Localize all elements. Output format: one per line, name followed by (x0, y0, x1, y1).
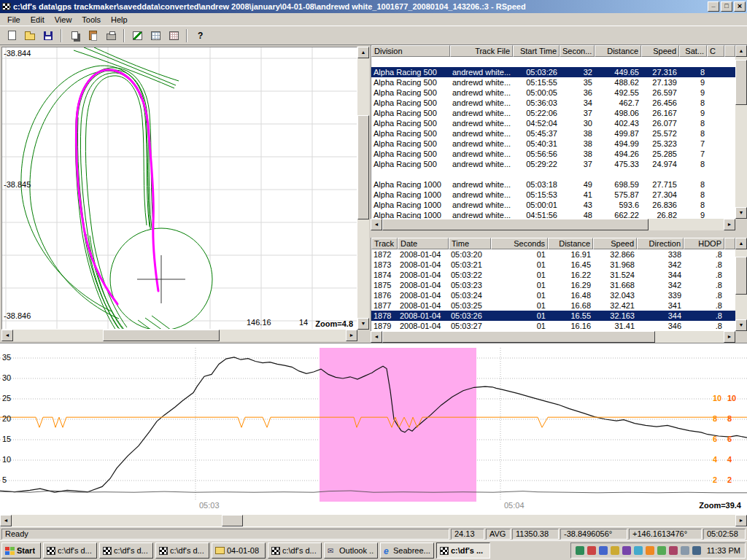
column-header-hdop[interactable]: HDOP (684, 238, 724, 249)
battery-icon[interactable] (669, 546, 678, 555)
scroll-thumb[interactable] (103, 330, 220, 341)
scroll-down-button[interactable]: ▼ (735, 207, 747, 219)
menu-view[interactable]: View (50, 15, 77, 25)
scroll-up-button[interactable]: ▲ (735, 45, 747, 57)
taskbar-item-2[interactable]: c:\df's d... (99, 542, 153, 559)
map-view-button[interactable] (129, 28, 145, 44)
point-row[interactable]: 18732008-01-0405:03:210116.4531.968342.8 (371, 260, 735, 270)
scroll-down-button[interactable]: ▼ (735, 319, 747, 331)
taskbar-item-6[interactable]: Outlook ... (324, 542, 378, 559)
taskbar-item-5[interactable]: c:\df's d... (268, 542, 322, 559)
column-header-speed[interactable]: Speed (593, 238, 637, 249)
column-header-speed[interactable]: Speed (641, 45, 679, 57)
scroll-left-button[interactable]: ◄ (1, 330, 13, 341)
point-row[interactable]: 18752008-01-0405:03:230116.2931.668342.8 (371, 280, 735, 290)
lap-row[interactable]: Alpha Racing 500andrewd white...05:40:31… (371, 139, 735, 149)
grid-view-button[interactable] (166, 28, 182, 44)
laps-h-scrollbar[interactable]: ◄► (371, 219, 735, 230)
column-header-distance[interactable]: Distance (548, 238, 593, 249)
scroll-track[interactable] (382, 219, 724, 230)
scroll-track[interactable] (735, 57, 747, 207)
scroll-left-button[interactable]: ◄ (371, 219, 382, 230)
point-row[interactable]: 18792008-01-0405:03:270116.1631.41346.8 (371, 321, 735, 331)
minimize-button[interactable] (708, 1, 719, 12)
lap-row[interactable]: Alpha Racing 500andrewd white...05:29:22… (371, 159, 735, 169)
network-icon[interactable] (646, 546, 654, 555)
scroll-right-button[interactable]: ► (735, 515, 747, 526)
map-v-scrollbar[interactable]: ▲▼ (357, 47, 369, 330)
update-icon[interactable] (599, 546, 608, 555)
sync-icon[interactable] (681, 546, 689, 555)
track-map-view[interactable]: -38.844-38.845-38.846146.1614Zoom=4.8 (1, 47, 357, 330)
point-row[interactable]: 18742008-01-0405:03:220116.2231.524344.8 (371, 270, 735, 280)
column-header-track-file[interactable]: Track File (450, 45, 513, 57)
column-header-division[interactable]: Division (371, 45, 450, 57)
points-h-scrollbar[interactable]: ◄► (371, 331, 735, 343)
lap-row[interactable]: Alpha Racing 500andrewd white...05:00:05… (371, 88, 735, 98)
column-header-date[interactable]: Date (398, 238, 449, 249)
laps-v-scrollbar[interactable]: ▲▼ (735, 45, 747, 219)
scroll-left-button[interactable]: ◄ (0, 515, 12, 526)
taskbar-item-1[interactable]: c:\df's d... (43, 542, 97, 559)
menu-help[interactable]: Help (106, 15, 133, 25)
printer-icon[interactable] (692, 546, 701, 555)
shield-icon[interactable] (576, 546, 584, 555)
volume-icon[interactable] (634, 546, 643, 555)
table-view-button[interactable] (147, 28, 163, 44)
taskbar-clock[interactable]: 11:33 PM (704, 546, 740, 555)
close-button[interactable] (734, 1, 746, 12)
scroll-down-button[interactable]: ▼ (357, 318, 369, 330)
lap-row[interactable]: Alpha Racing 500andrewd white...05:15:55… (371, 77, 735, 88)
lap-row[interactable]: Alpha Racing 500andrewd white...05:03:26… (371, 67, 735, 77)
scroll-thumb[interactable] (382, 331, 655, 343)
scroll-thumb[interactable] (382, 219, 649, 230)
paste-button[interactable] (85, 28, 101, 44)
save-button[interactable] (40, 28, 56, 44)
point-row[interactable]: 18722008-01-0405:03:200116.9132.866338.8 (371, 249, 735, 260)
column-header-c[interactable]: C (707, 45, 724, 57)
lap-row[interactable]: Alpha Racing 500andrewd white...05:45:37… (371, 128, 735, 139)
point-row[interactable]: 18762008-01-0405:03:240116.4832.043339.8 (371, 290, 735, 300)
column-header-distance[interactable]: Distance (595, 45, 641, 57)
column-header-direction[interactable]: Direction (637, 238, 684, 249)
lap-row[interactable] (371, 169, 735, 179)
scroll-right-button[interactable]: ► (724, 331, 735, 343)
print-button[interactable] (103, 28, 119, 44)
chart-h-scrollbar[interactable]: ◄► (0, 515, 747, 526)
column-header-seconds[interactable]: Seconds (491, 238, 548, 249)
menu-edit[interactable]: Edit (26, 15, 50, 25)
column-header-secon-[interactable]: Secon... (560, 45, 595, 57)
maximize-button[interactable] (721, 1, 732, 12)
help-button[interactable] (192, 28, 208, 44)
lap-row[interactable]: Alpha Racing 1000andrewd white...05:15:5… (371, 190, 735, 200)
scroll-thumb[interactable] (222, 515, 244, 526)
chat-icon[interactable] (587, 546, 596, 555)
scroll-up-button[interactable]: ▲ (735, 238, 747, 249)
menu-file[interactable]: File (2, 15, 26, 25)
copy-button[interactable] (66, 28, 82, 44)
column-header-start-time[interactable]: Start Time (513, 45, 560, 57)
title-bar[interactable]: c:\df's data\gps trackmaker\saveddata\co… (0, 0, 747, 13)
lap-row[interactable]: Alpha Racing 500andrewd white...05:56:56… (371, 149, 735, 159)
scroll-right-button[interactable]: ► (724, 219, 735, 230)
scroll-right-button[interactable]: ► (346, 330, 357, 341)
taskbar-item-7[interactable]: Seabree... (380, 542, 434, 559)
scroll-track[interactable] (735, 249, 747, 319)
speed-chart[interactable]: Zoom=39.4 353025201510505:0305:041010886… (0, 343, 747, 515)
taskbar-item-3[interactable]: c:\df's d... (155, 542, 209, 559)
lap-row[interactable]: Alpha Racing 500andrewd white...04:52:04… (371, 118, 735, 128)
taskbar-item-8[interactable]: c:\df's ... (436, 542, 490, 559)
menu-tools[interactable]: Tools (77, 15, 106, 25)
graph-icon[interactable] (622, 546, 631, 555)
scroll-thumb[interactable] (357, 115, 369, 219)
scroll-track[interactable] (13, 330, 346, 341)
point-row[interactable]: 18782008-01-0405:03:260116.5532.163344.8 (371, 311, 735, 321)
scroll-up-button[interactable]: ▲ (357, 47, 369, 58)
point-row[interactable]: 18772008-01-0405:03:250116.6832.421341.8 (371, 300, 735, 311)
keyboard-icon[interactable] (611, 546, 619, 555)
lap-row[interactable]: Alpha Racing 1000andrewd white...05:00:0… (371, 200, 735, 210)
scroll-left-button[interactable]: ◄ (371, 331, 382, 343)
lap-row[interactable]: Alpha Racing 1000andrewd white...05:03:1… (371, 179, 735, 190)
scroll-track[interactable] (357, 58, 369, 318)
lap-row[interactable]: Alpha Racing 500andrewd white...05:22:06… (371, 108, 735, 118)
